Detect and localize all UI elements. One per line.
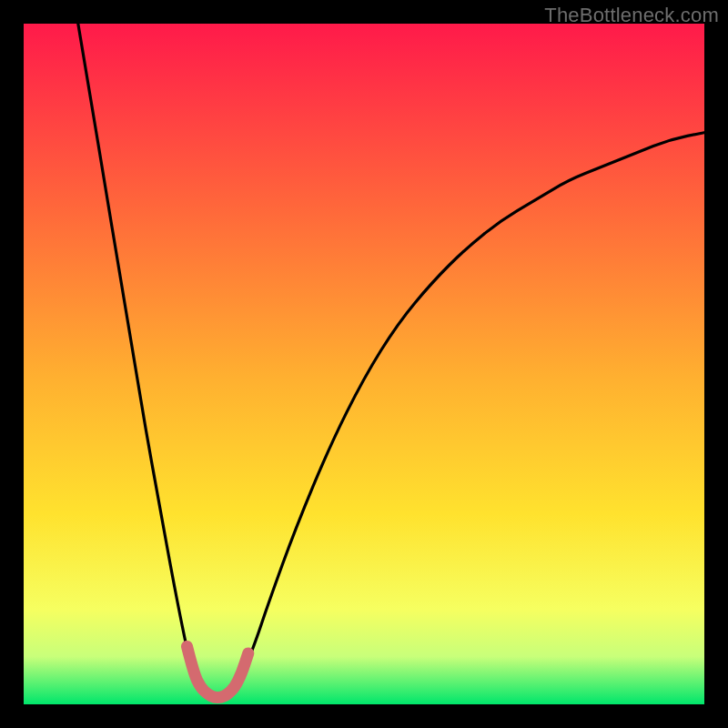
plot-area bbox=[24, 24, 704, 704]
curve-right-branch bbox=[228, 133, 704, 698]
bottleneck-curve bbox=[24, 24, 704, 704]
watermark-text: TheBottleneck.com bbox=[544, 4, 719, 27]
chart-frame: TheBottleneck.com bbox=[0, 0, 728, 728]
curve-left-branch bbox=[78, 24, 207, 698]
valley-highlight bbox=[187, 646, 248, 697]
